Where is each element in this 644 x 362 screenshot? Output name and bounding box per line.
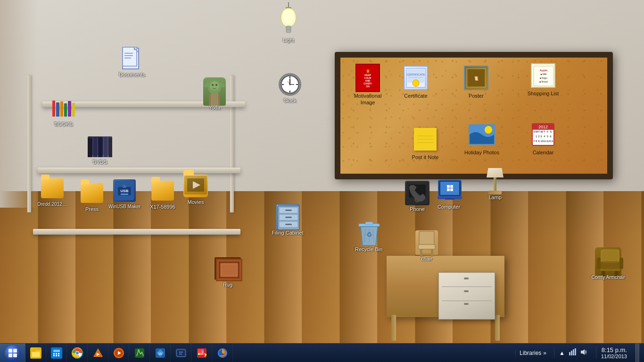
svg-text:📜: 📜 xyxy=(474,76,479,81)
desktop-icon-rug[interactable]: Rug xyxy=(209,257,247,288)
dredd-icon-img xyxy=(41,177,64,200)
taskbar-app-inkscape[interactable] xyxy=(129,344,150,362)
board-icon-calendar[interactable]: 2012 SMTWTFS 123456 78910111213 Calendar xyxy=(524,121,562,156)
svg-point-35 xyxy=(212,84,214,86)
desktop-icon-recycle[interactable]: ♻ Recycle Bin xyxy=(350,222,388,253)
taskbar-right: Libraries » ▲ 8:1 xyxy=(515,344,644,362)
calendar-icon-img: 2012 SMTWTFS 123456 78910111213 xyxy=(530,121,556,148)
desktop-icon-light[interactable]: Light xyxy=(270,2,307,43)
shopping-label: Shopping List xyxy=(528,90,559,97)
desktop-icon-yoda[interactable]: Yoda xyxy=(196,80,233,111)
movies-icon-img xyxy=(184,175,207,197)
drawer-handle-1 xyxy=(464,278,469,279)
svg-rect-80 xyxy=(219,261,239,263)
taskbar-app-firefox[interactable] xyxy=(212,344,233,362)
svg-rect-81 xyxy=(219,277,239,278)
chair-icon-img xyxy=(415,231,438,254)
phone-icon-img xyxy=(406,182,429,204)
svg-rect-115 xyxy=(8,349,12,353)
clock-area[interactable]: 8:15 p.m. 11/02/2013 xyxy=(596,346,632,359)
svg-rect-154 xyxy=(569,352,570,355)
desktop-icon-computer[interactable]: Computer xyxy=(430,179,468,210)
libraries-chevron: » xyxy=(543,350,546,356)
desktop-icon-documents[interactable]: Documents xyxy=(113,47,151,78)
svg-point-56 xyxy=(284,10,293,21)
svg-rect-110 xyxy=(601,249,619,263)
taskbar-app-chrome[interactable] xyxy=(67,344,88,362)
desk-leg-right xyxy=(495,315,500,341)
board-icon-poster[interactable]: 📜 Poster xyxy=(457,65,495,99)
show-desktop-button[interactable] xyxy=(636,344,639,362)
taskbar-app-app2[interactable] xyxy=(171,344,191,362)
svg-rect-29 xyxy=(124,55,133,56)
start-orb xyxy=(5,345,21,361)
svg-rect-42 xyxy=(103,136,108,157)
board-icon-holiday[interactable]: Holiday Photos xyxy=(463,121,501,156)
desktop-icon-dvds[interactable]: DVDS xyxy=(81,135,119,165)
svg-rect-97 xyxy=(445,198,454,200)
svg-point-2 xyxy=(413,80,419,86)
taskbar-app-calc[interactable] xyxy=(46,344,67,362)
desktop-icon-clock[interactable]: Clock xyxy=(271,73,309,104)
desktop-icon-lamp[interactable]: Lamp xyxy=(476,170,514,201)
svg-rect-128 xyxy=(56,355,57,356)
desktop-icon-winusb[interactable]: USB WinUSB Maker xyxy=(107,179,141,210)
tray-network-icon[interactable] xyxy=(568,347,577,358)
board-icon-motivational[interactable]: ♛ KEEPCALMANDCARRYON Motivational Image xyxy=(349,65,387,106)
board-icon-postit[interactable]: Post it Note xyxy=(406,126,444,160)
svg-rect-103 xyxy=(418,244,435,249)
desktop-icon-books[interactable]: BOOKS xyxy=(45,97,83,127)
desktop-icon-chair[interactable]: chair xyxy=(408,231,446,262)
svg-rect-144 xyxy=(177,350,185,356)
svg-rect-98 xyxy=(447,185,450,188)
lamp-icon-img xyxy=(484,170,506,193)
desktop-icon-dredd[interactable]: Dredd.2012.... xyxy=(35,177,69,207)
svg-rect-82 xyxy=(219,261,221,278)
board-icon-certificate[interactable]: CERTIFICATE Certificate xyxy=(397,65,435,99)
taskbar-app-media[interactable] xyxy=(108,344,129,362)
svg-rect-118 xyxy=(13,354,17,357)
desktop-icon-press[interactable]: Press xyxy=(73,182,111,212)
svg-text:■ Eggs: ■ Eggs xyxy=(540,76,547,79)
certificate-label: Certificate xyxy=(404,93,428,99)
svg-rect-47 xyxy=(121,194,128,195)
desktop-icon-filing[interactable]: Filing Cabinet xyxy=(269,205,306,236)
taskbar-app-app1[interactable]: W xyxy=(150,344,171,362)
dvds-icon-img xyxy=(89,135,111,157)
yoda-icon-img xyxy=(203,80,226,103)
start-button[interactable] xyxy=(0,344,25,362)
svg-rect-101 xyxy=(450,188,453,191)
taskbar-app-vlc[interactable]: ▶ xyxy=(88,344,108,362)
svg-rect-39 xyxy=(88,138,92,157)
desktop-icon-x17[interactable]: X17-58996 xyxy=(144,179,182,210)
filing-icon-img xyxy=(276,205,299,228)
svg-rect-84 xyxy=(222,264,237,276)
tray-volume-icon[interactable] xyxy=(579,347,588,358)
svg-rect-125 xyxy=(56,353,57,354)
clock-icon-img xyxy=(279,73,301,96)
taskbar-app-explorer[interactable] xyxy=(25,344,46,362)
svg-rect-156 xyxy=(573,349,574,355)
x17-icon-img xyxy=(151,179,174,202)
svg-rect-126 xyxy=(58,353,59,354)
svg-rect-100 xyxy=(447,188,450,191)
poster-label: Poster xyxy=(469,93,484,99)
svg-rect-149 xyxy=(198,349,202,353)
tray-up-arrow[interactable]: ▲ xyxy=(558,349,566,357)
svg-rect-46 xyxy=(123,185,126,188)
holiday-icon-img xyxy=(469,121,495,148)
drawer-handle-3 xyxy=(464,303,469,305)
taskbar-app-paint[interactable] xyxy=(191,344,212,362)
movies-label: Movies xyxy=(188,199,204,205)
rug-label: Rug xyxy=(223,281,232,288)
certificate-icon-img: CERTIFICATE xyxy=(403,65,429,91)
libraries-tray[interactable]: Libraries » xyxy=(515,350,550,356)
desk-drawer-unit xyxy=(438,272,495,320)
svg-text:■ Milk: ■ Milk xyxy=(540,73,547,76)
desk-leg-left xyxy=(391,315,396,341)
svg-rect-123 xyxy=(53,350,60,352)
desktop-icon-movies[interactable]: Movies xyxy=(177,175,215,205)
board-icon-shopping[interactable]: Apple ■ Milk ■ Eggs ■ Bread Shopping Lis… xyxy=(524,62,562,97)
svg-rect-129 xyxy=(58,355,59,356)
desktop-icon-comfy[interactable]: Comfy Armchair xyxy=(587,250,629,280)
